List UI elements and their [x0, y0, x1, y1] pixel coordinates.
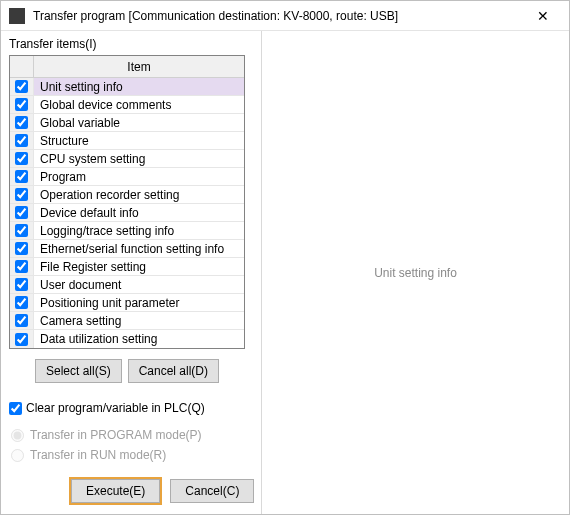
row-label: Camera setting	[34, 314, 244, 328]
select-all-button[interactable]: Select all(S)	[35, 359, 122, 383]
row-checkbox-cell	[10, 258, 34, 275]
row-label: Ethernet/serial function setting info	[34, 242, 244, 256]
row-checkbox[interactable]	[15, 260, 28, 273]
transfer-items-label: Transfer items(I)	[9, 37, 257, 51]
row-checkbox[interactable]	[15, 224, 28, 237]
table-row[interactable]: Global variable	[10, 114, 244, 132]
row-checkbox-cell	[10, 294, 34, 311]
table-row[interactable]: Logging/trace setting info	[10, 222, 244, 240]
row-label: Global device comments	[34, 98, 244, 112]
header-checkbox-col	[10, 56, 34, 77]
execute-button[interactable]: Execute(E)	[71, 479, 160, 503]
table-row[interactable]: User document	[10, 276, 244, 294]
row-checkbox-cell	[10, 132, 34, 149]
row-label: Structure	[34, 134, 244, 148]
clear-plc-label: Clear program/variable in PLC(Q)	[26, 401, 205, 415]
table-row[interactable]: Unit setting info	[10, 78, 244, 96]
detail-panel: Unit setting info	[262, 31, 569, 514]
row-label: Device default info	[34, 206, 244, 220]
row-checkbox[interactable]	[15, 242, 28, 255]
window-title: Transfer program [Communication destinat…	[33, 9, 523, 23]
row-label: Program	[34, 170, 244, 184]
row-checkbox[interactable]	[15, 314, 28, 327]
close-button[interactable]: ✕	[523, 2, 563, 30]
table-row[interactable]: CPU system setting	[10, 150, 244, 168]
table-row[interactable]: File Register setting	[10, 258, 244, 276]
titlebar: Transfer program [Communication destinat…	[1, 1, 569, 31]
row-checkbox[interactable]	[15, 333, 28, 346]
row-checkbox-cell	[10, 78, 34, 95]
detail-text: Unit setting info	[374, 266, 457, 280]
row-checkbox[interactable]	[15, 134, 28, 147]
table-row[interactable]: Ethernet/serial function setting info	[10, 240, 244, 258]
row-checkbox[interactable]	[15, 152, 28, 165]
cancel-button[interactable]: Cancel(C)	[170, 479, 254, 503]
row-label: Logging/trace setting info	[34, 224, 244, 238]
row-checkbox-cell	[10, 114, 34, 131]
row-checkbox[interactable]	[15, 278, 28, 291]
row-checkbox[interactable]	[15, 296, 28, 309]
row-label: File Register setting	[34, 260, 244, 274]
table-row[interactable]: Global device comments	[10, 96, 244, 114]
row-checkbox-cell	[10, 276, 34, 293]
left-panel: Transfer items(I) Item Unit setting info…	[1, 31, 262, 514]
row-label: User document	[34, 278, 244, 292]
row-checkbox-cell	[10, 204, 34, 221]
clear-plc-checkbox[interactable]	[9, 402, 22, 415]
row-checkbox[interactable]	[15, 98, 28, 111]
row-checkbox[interactable]	[15, 116, 28, 129]
row-checkbox-cell	[10, 96, 34, 113]
row-label: Global variable	[34, 116, 244, 130]
row-checkbox-cell	[10, 330, 34, 348]
app-icon	[9, 8, 25, 24]
table-row[interactable]: Device default info	[10, 204, 244, 222]
transfer-items-grid: Item Unit setting infoGlobal device comm…	[9, 55, 245, 349]
row-checkbox[interactable]	[15, 80, 28, 93]
table-row[interactable]: Camera setting	[10, 312, 244, 330]
row-checkbox-cell	[10, 186, 34, 203]
program-mode-radio	[11, 429, 24, 442]
table-row[interactable]: Structure	[10, 132, 244, 150]
table-row[interactable]: Operation recorder setting	[10, 186, 244, 204]
row-checkbox-cell	[10, 240, 34, 257]
header-item-col: Item	[34, 56, 244, 77]
row-label: Unit setting info	[34, 80, 244, 94]
run-mode-radio	[11, 449, 24, 462]
row-label: Operation recorder setting	[34, 188, 244, 202]
table-row[interactable]: Program	[10, 168, 244, 186]
run-mode-label: Transfer in RUN mode(R)	[30, 448, 166, 462]
row-checkbox[interactable]	[15, 170, 28, 183]
table-row[interactable]: Data utilization setting	[10, 330, 244, 348]
table-row[interactable]: Positioning unit parameter	[10, 294, 244, 312]
cancel-all-button[interactable]: Cancel all(D)	[128, 359, 219, 383]
row-checkbox-cell	[10, 222, 34, 239]
row-label: CPU system setting	[34, 152, 244, 166]
row-checkbox[interactable]	[15, 188, 28, 201]
row-checkbox[interactable]	[15, 206, 28, 219]
grid-header: Item	[10, 56, 244, 78]
row-checkbox-cell	[10, 150, 34, 167]
row-label: Data utilization setting	[34, 332, 244, 346]
program-mode-label: Transfer in PROGRAM mode(P)	[30, 428, 202, 442]
row-checkbox-cell	[10, 312, 34, 329]
row-label: Positioning unit parameter	[34, 296, 244, 310]
row-checkbox-cell	[10, 168, 34, 185]
